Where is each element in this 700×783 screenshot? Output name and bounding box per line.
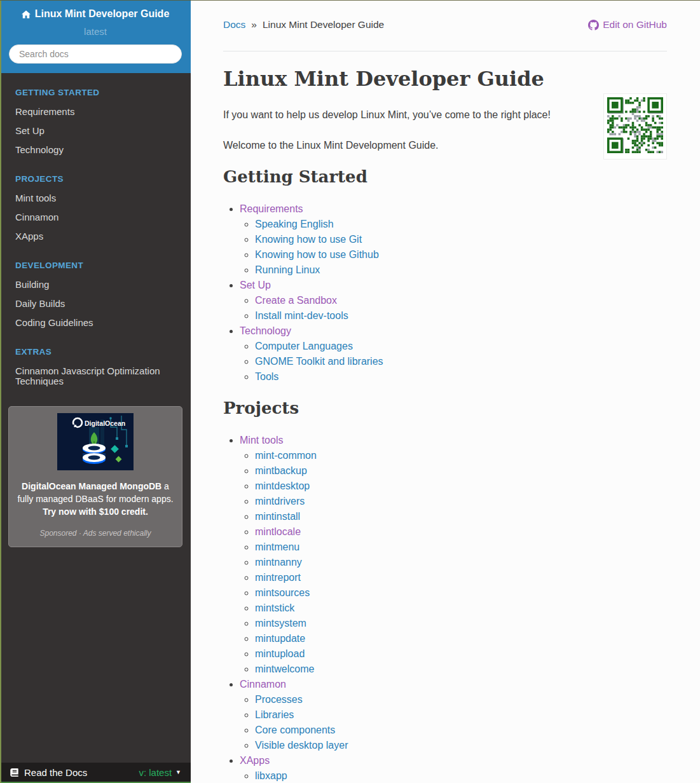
toc-link[interactable]: Knowing how to use Github: [255, 249, 379, 260]
toc-link[interactable]: mintnanny: [255, 557, 302, 568]
toc-item: Install mint-dev-tools: [255, 308, 667, 323]
project-home-link[interactable]: Linux Mint Developer Guide: [22, 8, 170, 20]
sidebar-ad[interactable]: DigitalOcean DigitalOcean Managed MongoD…: [8, 406, 182, 547]
readthedocs-label: Read the Docs: [10, 767, 87, 778]
toc-link[interactable]: Libraries: [255, 709, 294, 720]
version-switcher[interactable]: v: latest ▼: [139, 767, 181, 778]
sidebar-item-link[interactable]: Cinnamon: [0, 208, 191, 227]
toc-item: Mint toolsmint-commonmintbackupmintdeskt…: [240, 433, 667, 677]
sidebar-item: Cinnamon Javascript Optimization Techniq…: [0, 362, 191, 391]
toc-item: Computer Languages: [255, 339, 667, 354]
toc-item: mintinstall: [255, 509, 667, 524]
sidebar-item-link[interactable]: Set Up: [0, 121, 191, 140]
toc-link[interactable]: XApps: [240, 755, 270, 766]
toc-link[interactable]: mintstick: [255, 603, 294, 613]
toc-link[interactable]: Install mint-dev-tools: [255, 310, 348, 321]
toc-link[interactable]: libxapp: [255, 770, 287, 781]
toc-sublist: mint-commonmintbackupmintdesktopmintdriv…: [240, 448, 667, 677]
toc-item: mintreport: [255, 570, 667, 585]
toc-link[interactable]: Technology: [240, 325, 291, 336]
sidebar-section-caption: EXTRAS: [0, 346, 191, 358]
toc-list-getting-started: RequirementsSpeaking EnglishKnowing how …: [223, 201, 667, 385]
sidebar-list: Mint toolsCinnamonXApps: [0, 189, 191, 246]
toc-link[interactable]: Computer Languages: [255, 341, 353, 351]
section-heading-projects: Projects: [223, 397, 667, 419]
sidebar-item-link[interactable]: Daily Builds: [0, 294, 191, 313]
toc-link[interactable]: mintsources: [255, 587, 310, 598]
toc-link[interactable]: mintreport: [255, 572, 301, 583]
breadcrumb-divider: [223, 51, 667, 51]
toc-link[interactable]: mintdrivers: [255, 496, 305, 507]
toc-item: mintnanny: [255, 555, 667, 570]
window-edge-left: [0, 0, 1, 783]
toc-link[interactable]: mintinstall: [255, 511, 300, 522]
sidebar-item: Coding Guidelines: [0, 313, 191, 332]
toc-sublist: Create a SandboxInstall mint-dev-tools: [240, 293, 667, 323]
toc-item: Processes: [255, 692, 667, 707]
sidebar-list: BuildingDaily BuildsCoding Guidelines: [0, 275, 191, 332]
ad-copy[interactable]: DigitalOcean Managed MongoDB a fully man…: [17, 480, 174, 518]
toc-link[interactable]: mintupdate: [255, 633, 305, 644]
toc-link[interactable]: Running Linux: [255, 264, 320, 275]
sidebar-item-link[interactable]: Mint tools: [0, 189, 191, 208]
edit-on-github-link[interactable]: Edit on GitHub: [588, 18, 667, 32]
toc-link[interactable]: Processes: [255, 694, 303, 705]
search-input[interactable]: [9, 44, 182, 64]
ad-headline[interactable]: DigitalOcean Managed MongoDB: [22, 481, 161, 491]
sidebar-item-link[interactable]: Building: [0, 275, 191, 294]
sidebar-item-link[interactable]: Requirements: [0, 102, 191, 121]
readthedocs-flyout[interactable]: Read the Docs v: latest ▼: [0, 763, 191, 783]
page-title: Linux Mint Developer Guide: [223, 65, 667, 92]
toc-link[interactable]: Mint tools: [240, 435, 283, 446]
toc-link[interactable]: mintwelcome: [255, 664, 314, 674]
toc-link[interactable]: mintmenu: [255, 541, 299, 552]
toc-item: mintstick: [255, 601, 667, 616]
caret-down-icon: ▼: [175, 770, 181, 775]
toc-item: mintdesktop: [255, 479, 667, 494]
sidebar-item-link[interactable]: Cinnamon Javascript Optimization Techniq…: [0, 362, 191, 391]
sidebar-item-link[interactable]: Technology: [0, 140, 191, 160]
toc-link[interactable]: Create a Sandbox: [255, 295, 337, 306]
ad-disclosure: Sponsored · Ads served ethically: [17, 529, 174, 538]
home-icon: [22, 10, 31, 18]
toc-sublist: Speaking EnglishKnowing how to use GitKn…: [240, 217, 667, 278]
sidebar: Linux Mint Developer Guide latest GETTIN…: [0, 0, 191, 783]
ad-image[interactable]: DigitalOcean: [57, 413, 134, 470]
toc-link[interactable]: mintbackup: [255, 465, 307, 476]
sidebar-section-caption: DEVELOPMENT: [0, 260, 191, 271]
toc-link[interactable]: Core components: [255, 725, 335, 735]
toc-link[interactable]: Cinnamon: [240, 679, 286, 690]
breadcrumb-docs-link[interactable]: Docs: [223, 19, 245, 30]
toc-item: mintbackup: [255, 463, 667, 479]
toc-link[interactable]: Visible desktop layer: [255, 740, 348, 751]
toc-link[interactable]: mintupload: [255, 648, 305, 659]
sidebar-item-link[interactable]: XApps: [0, 227, 191, 246]
main-content: Docs»Linux Mint Developer Guide Edit on …: [191, 0, 700, 783]
toc-link[interactable]: mintsystem: [255, 618, 306, 629]
welcome-paragraph: Welcome to the Linux Mint Development Gu…: [223, 138, 667, 153]
toc-item: mintlocale: [255, 524, 667, 540]
readthedocs-text: Read the Docs: [24, 767, 87, 778]
qr-code-container: [603, 93, 667, 160]
toc-link[interactable]: mintdesktop: [255, 480, 310, 491]
toc-link[interactable]: mint-common: [255, 450, 317, 461]
toc-item: Tools: [255, 369, 667, 385]
version-text: latest: [9, 26, 182, 37]
svg-text:DigitalOcean: DigitalOcean: [85, 419, 125, 426]
toc-link[interactable]: GNOME Toolkit and libraries: [255, 356, 383, 367]
toc-item: XAppslibxapppython-xapp: [240, 753, 667, 783]
sidebar-item-link[interactable]: Coding Guidelines: [0, 313, 191, 332]
book-icon: [10, 768, 19, 777]
toc-link[interactable]: mintlocale: [255, 526, 301, 537]
toc-link[interactable]: Speaking English: [255, 219, 334, 229]
toc-item: GNOME Toolkit and libraries: [255, 354, 667, 369]
ad-cta[interactable]: Try now with $100 credit.: [43, 507, 148, 517]
toc-link[interactable]: Requirements: [240, 203, 303, 214]
toc-sublist: libxapppython-xapp: [240, 768, 667, 783]
sidebar-item: Building: [0, 275, 191, 294]
toc-link[interactable]: Tools: [255, 371, 278, 382]
toc-item: libxapp: [255, 768, 667, 783]
toc-item: mintsources: [255, 585, 667, 601]
toc-link[interactable]: Knowing how to use Git: [255, 234, 362, 245]
toc-link[interactable]: Set Up: [240, 280, 271, 290]
